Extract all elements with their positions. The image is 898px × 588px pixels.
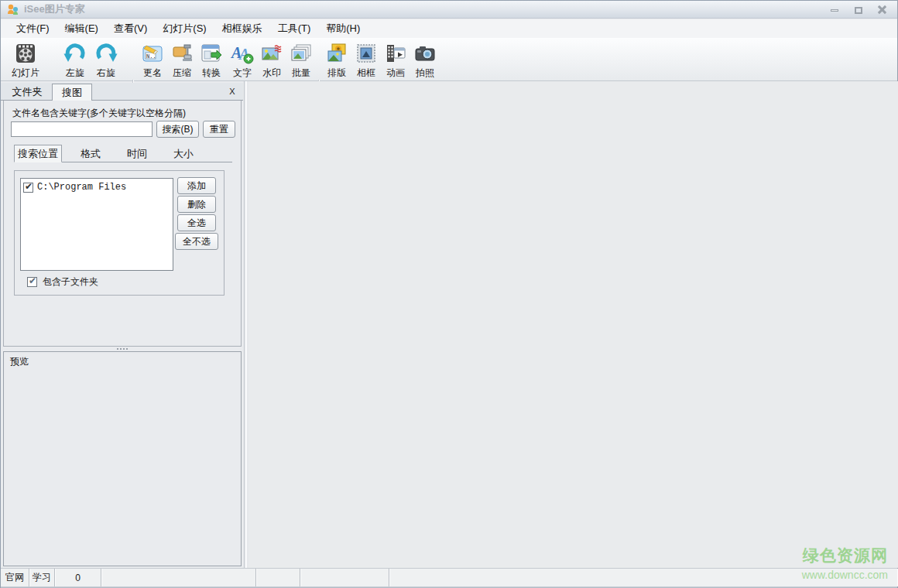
subtab-size[interactable]: 大小	[166, 145, 201, 162]
toolbar-frame-button[interactable]: 相框	[351, 39, 382, 80]
minimize-button[interactable]	[826, 5, 843, 15]
location-list[interactable]: C:\Program Files	[20, 178, 173, 271]
toolbar-batch-button[interactable]: 批量	[286, 39, 317, 80]
main-browse-area	[248, 81, 898, 568]
rotate-left-icon	[63, 41, 87, 66]
window-title: iSee图片专家	[24, 2, 85, 16]
watermark-icon	[259, 41, 284, 66]
batch-icon	[289, 41, 314, 66]
close-button[interactable]	[874, 5, 891, 15]
subtab-search-location[interactable]: 搜索位置	[14, 145, 62, 162]
add-button[interactable]: 添加	[177, 177, 216, 194]
toolbar-label: 相框	[351, 67, 382, 80]
menubar: 文件(F) 编辑(E) 查看(V) 幻灯片(S) 相框娱乐 工具(T) 帮助(H…	[1, 19, 897, 38]
toolbar-label: 水印	[256, 67, 287, 80]
toolbar-label: 动画	[380, 67, 411, 80]
toolbar-animation-button[interactable]: 动画	[380, 39, 411, 80]
frame-icon	[354, 41, 379, 66]
preview-label: 预览	[10, 355, 29, 368]
subtab-time[interactable]: 时间	[119, 145, 155, 162]
toolbar-label: 压缩	[166, 67, 197, 80]
location-groupbox: C:\Program Files 添加 删除 全选 全不选 包含子文件夹	[14, 170, 224, 296]
search-subtabs: 搜索位置 格式 时间 大小	[14, 145, 232, 162]
app-window: iSee图片专家 文件(F) 编辑(E) 查看(V) 幻灯片(S) 相框娱乐 工…	[0, 0, 898, 588]
menu-frame-fun[interactable]: 相框娱乐	[214, 20, 270, 37]
toolbar-label: 更名	[137, 67, 168, 80]
location-checkbox[interactable]	[23, 183, 33, 193]
toolbar-rotate-left-button[interactable]: 左旋	[60, 39, 91, 80]
statusbar-learn[interactable]: 学习	[29, 569, 55, 586]
camera-icon	[413, 41, 437, 66]
delete-button[interactable]: 删除	[177, 196, 216, 213]
preview-panel: 预览	[3, 351, 242, 566]
layout-icon	[324, 41, 349, 66]
location-path: C:\Program Files	[37, 182, 126, 193]
rotate-right-icon	[94, 41, 118, 66]
panel-close-icon[interactable]: X	[227, 86, 238, 97]
include-subfolders-checkbox[interactable]	[27, 277, 37, 287]
rename-icon: N..	[140, 41, 165, 66]
statusbar-cell	[300, 569, 389, 586]
toolbar-text-button[interactable]: A A 文字	[227, 39, 258, 80]
statusbar-cell	[389, 569, 897, 586]
statusbar-count: 0	[55, 569, 101, 586]
toolbar: 幻灯片 左旋 右旋 N..	[1, 38, 897, 81]
toolbar-label: 批量	[286, 67, 317, 80]
sidebar-tabstrip: 文件夹 搜图 X	[1, 83, 243, 101]
toolbar-label: 排版	[321, 67, 352, 80]
toolbar-label: 左旋	[60, 67, 91, 80]
search-button[interactable]: 搜索(B)	[156, 121, 199, 138]
toolbar-layout-button[interactable]: 排版	[321, 39, 352, 80]
maximize-button[interactable]	[850, 5, 867, 15]
toolbar-label: 幻灯片	[5, 67, 46, 80]
reset-button[interactable]: 重置	[203, 121, 235, 138]
toolbar-slideshow-button[interactable]: 幻灯片	[5, 39, 46, 80]
statusbar-cell	[256, 569, 300, 586]
toolbar-watermark-button[interactable]: 水印	[256, 39, 287, 80]
statusbar: 官网 学习 0	[1, 568, 897, 586]
toolbar-rename-button[interactable]: N.. 更名	[137, 39, 168, 80]
statusbar-official-site[interactable]: 官网	[1, 569, 29, 586]
toolbar-rotate-right-button[interactable]: 右旋	[91, 39, 122, 80]
splitter-dots-icon	[117, 348, 118, 350]
menu-slideshow[interactable]: 幻灯片(S)	[155, 20, 214, 37]
toolbar-convert-button[interactable]: 转换	[196, 39, 227, 80]
app-logo-icon	[6, 3, 19, 15]
animation-icon	[383, 41, 408, 66]
toolbar-compress-button[interactable]: 压缩	[166, 39, 197, 80]
include-subfolders-label: 包含子文件夹	[43, 275, 98, 289]
select-none-button[interactable]: 全不选	[175, 233, 218, 250]
tab-search-images[interactable]: 搜图	[52, 84, 92, 101]
toolbar-label: 右旋	[91, 67, 122, 80]
convert-icon	[199, 41, 224, 66]
keyword-label: 文件名包含关键字(多个关键字以空格分隔)	[12, 107, 186, 120]
text-icon: A A	[230, 41, 255, 66]
toolbar-label: 文字	[227, 67, 258, 80]
search-panel: 文件名包含关键字(多个关键字以空格分隔) 搜索(B) 重置 搜索位置 格式 时间…	[3, 101, 242, 347]
compress-icon	[170, 41, 194, 66]
location-list-item[interactable]: C:\Program Files	[21, 179, 173, 193]
select-all-button[interactable]: 全选	[177, 214, 216, 231]
menu-edit[interactable]: 编辑(E)	[57, 20, 106, 37]
menu-help[interactable]: 帮助(H)	[318, 20, 368, 37]
toolbar-label: 拍照	[410, 67, 440, 80]
menu-tools[interactable]: 工具(T)	[270, 20, 319, 37]
keyword-input[interactable]	[11, 121, 153, 137]
toolbar-camera-button[interactable]: 拍照	[410, 39, 440, 80]
statusbar-cell	[101, 569, 256, 586]
tab-folders[interactable]: 文件夹	[4, 84, 50, 101]
titlebar: iSee图片专家	[1, 1, 897, 19]
slideshow-icon	[13, 41, 38, 66]
vertical-splitter[interactable]	[243, 81, 248, 568]
menu-view[interactable]: 查看(V)	[106, 20, 155, 37]
toolbar-label: 转换	[196, 67, 227, 80]
menu-file[interactable]: 文件(F)	[9, 20, 57, 37]
subtab-format[interactable]: 格式	[73, 145, 108, 162]
